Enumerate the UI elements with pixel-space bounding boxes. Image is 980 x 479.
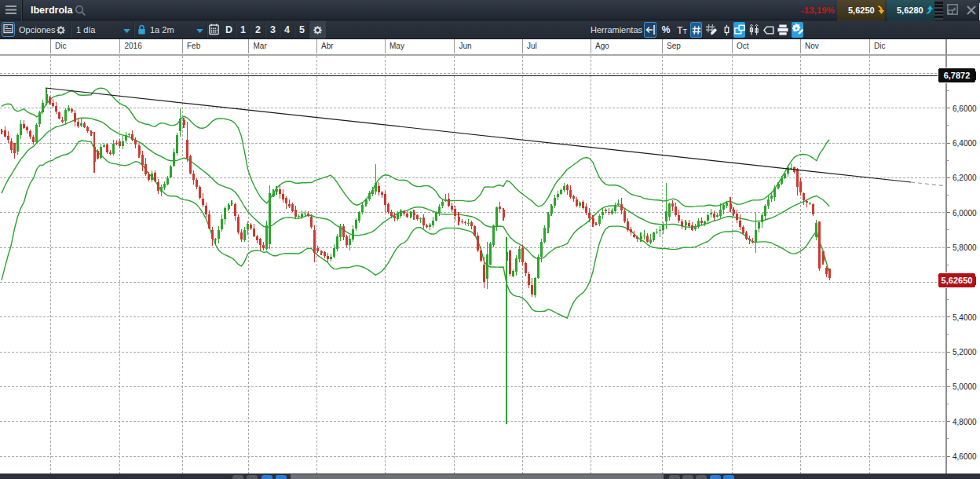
svg-text:Abr: Abr [321, 42, 334, 50]
svg-text:5,2000: 5,2000 [953, 348, 977, 357]
svg-text:Ago: Ago [595, 42, 609, 50]
svg-text:Jul: Jul [527, 42, 537, 50]
svg-text:Feb: Feb [187, 42, 201, 50]
svg-text:5,62650: 5,62650 [942, 276, 973, 285]
svg-text:2016: 2016 [125, 42, 143, 50]
svg-text:5,8000: 5,8000 [953, 243, 977, 252]
svg-text:4,6000: 4,6000 [953, 452, 977, 461]
svg-text:5,0000: 5,0000 [953, 382, 977, 391]
svg-text:Nov: Nov [805, 42, 819, 50]
svg-text:6,6000: 6,6000 [953, 104, 977, 113]
svg-text:Dic: Dic [874, 42, 885, 50]
svg-text:Sep: Sep [667, 42, 681, 50]
svg-text:6,0000: 6,0000 [953, 209, 977, 218]
svg-text:Oct: Oct [737, 42, 749, 50]
svg-text:Jun: Jun [459, 42, 472, 50]
svg-text:4,8000: 4,8000 [953, 418, 977, 426]
svg-text:6,4000: 6,4000 [953, 139, 977, 148]
svg-text:May: May [389, 42, 404, 50]
svg-text:Dic: Dic [55, 42, 66, 50]
svg-text:6,7872: 6,7872 [944, 71, 971, 80]
svg-text:Mar: Mar [254, 42, 268, 50]
svg-text:5,4000: 5,4000 [953, 313, 977, 322]
svg-text:6,2000: 6,2000 [953, 174, 977, 182]
